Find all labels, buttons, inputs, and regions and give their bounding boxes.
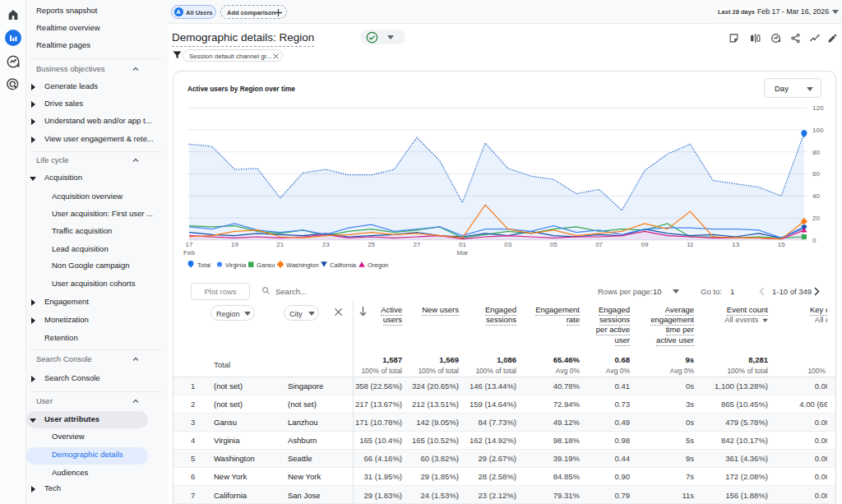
svg-text:100: 100 (812, 127, 824, 134)
svg-text:19: 19 (231, 241, 238, 248)
svg-text:09: 09 (641, 241, 649, 248)
svg-text:17: 17 (186, 241, 193, 248)
svg-text:01: 01 (459, 241, 466, 248)
svg-text:25: 25 (368, 241, 375, 248)
svg-text:40: 40 (812, 192, 820, 200)
svg-text:Total: Total (197, 261, 210, 269)
svg-text:60: 60 (812, 170, 820, 178)
svg-text:Oregon: Oregon (368, 261, 388, 269)
svg-text:0: 0 (812, 237, 817, 244)
svg-text:Washington: Washington (286, 261, 319, 269)
svg-text:07: 07 (595, 241, 603, 248)
svg-text:Mar: Mar (457, 249, 469, 257)
svg-text:27: 27 (414, 241, 421, 248)
svg-text:120: 120 (812, 104, 824, 112)
svg-text:California: California (330, 261, 357, 269)
svg-text:Feb: Feb (183, 249, 195, 257)
svg-text:80: 80 (812, 149, 820, 156)
svg-text:03: 03 (504, 241, 511, 248)
svg-text:Virginia: Virginia (225, 261, 247, 269)
svg-text:13: 13 (732, 241, 739, 248)
svg-text:11: 11 (687, 241, 694, 248)
svg-text:05: 05 (550, 241, 557, 248)
svg-text:15: 15 (778, 241, 785, 248)
svg-text:23: 23 (322, 241, 330, 248)
svg-text:21: 21 (276, 241, 284, 248)
svg-text:20: 20 (812, 215, 820, 222)
svg-text:Gansu: Gansu (257, 261, 275, 269)
